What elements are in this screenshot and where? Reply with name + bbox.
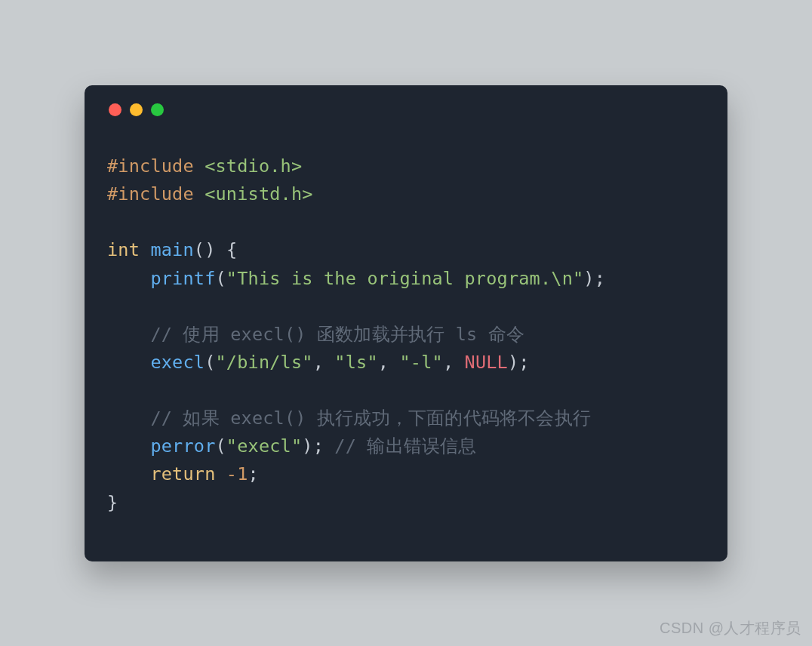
comma: ,: [313, 352, 335, 373]
comment: // 如果 execl() 执行成功，下面的代码将不会执行: [150, 408, 591, 429]
brace: {: [216, 239, 238, 260]
window-titlebar: [85, 85, 727, 116]
string-literal: "This is the original program.\n": [226, 268, 584, 289]
string-literal: "execl": [226, 435, 302, 457]
indent: [107, 268, 150, 289]
maximize-icon[interactable]: [151, 103, 164, 116]
paren: ): [583, 268, 594, 289]
paren: ): [508, 352, 518, 373]
indent: [107, 463, 150, 484]
null-literal: NULL: [465, 352, 508, 373]
fn-main: main: [150, 239, 193, 260]
fn-printf: printf: [150, 268, 215, 289]
semicolon: ;: [518, 352, 529, 373]
fn-execl: execl: [150, 352, 205, 373]
include-lib: <stdio.h>: [194, 155, 302, 177]
paren: (: [205, 352, 215, 373]
indent: [107, 408, 150, 429]
keyword-int: int: [107, 239, 140, 260]
string-literal: "/bin/ls": [216, 352, 313, 373]
indent: [107, 352, 150, 373]
brace: }: [107, 492, 118, 513]
paren: ): [302, 435, 312, 457]
code-window: #include <stdio.h> #include <unistd.h> i…: [85, 85, 727, 561]
include-lib: <unistd.h>: [194, 183, 313, 205]
preproc-directive: #include: [107, 183, 194, 205]
watermark: CSDN @人才程序员: [660, 618, 801, 638]
string-literal: "ls": [334, 352, 377, 373]
comment: // 使用 execl() 函数加载并执行 ls 命令: [150, 324, 524, 345]
indent: [107, 324, 150, 345]
paren: (: [216, 435, 226, 457]
paren: (: [216, 268, 226, 289]
preproc-directive: #include: [107, 155, 194, 177]
keyword-return: return: [150, 463, 215, 484]
semicolon: ;: [248, 463, 259, 484]
close-icon[interactable]: [109, 103, 121, 116]
number-literal: -1: [216, 463, 248, 484]
semicolon: ;: [595, 268, 605, 289]
indent: [107, 435, 150, 457]
fn-perror: perror: [150, 435, 215, 457]
paren: (: [194, 239, 205, 260]
comment: // 输出错误信息: [324, 435, 477, 457]
semicolon: ;: [313, 435, 324, 457]
paren: ): [205, 239, 215, 260]
comma: ,: [443, 352, 465, 373]
code-block: #include <stdio.h> #include <unistd.h> i…: [85, 116, 727, 540]
comma: ,: [378, 352, 400, 373]
minimize-icon[interactable]: [130, 103, 143, 116]
string-literal: "-l": [399, 352, 442, 373]
